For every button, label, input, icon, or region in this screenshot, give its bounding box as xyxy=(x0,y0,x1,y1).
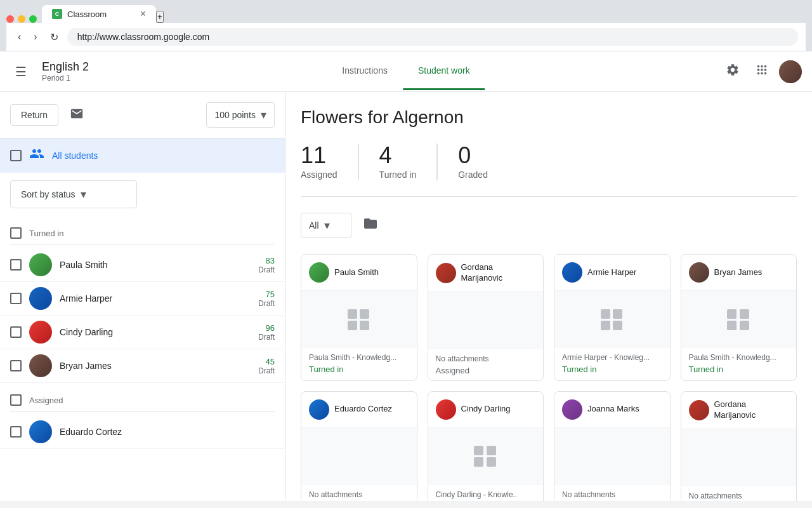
students-group-icon xyxy=(29,146,44,165)
card-status-gordana: Assigned xyxy=(436,366,536,375)
stats-row: 11 Assigned 4 Turned in 0 Graded xyxy=(301,143,797,197)
card-header-gordana2: Gordana Marijanovic xyxy=(681,392,797,429)
student-checkbox-paula[interactable] xyxy=(10,259,22,271)
card-preview-bryan xyxy=(681,291,797,348)
student-checkbox-armie[interactable] xyxy=(10,293,22,304)
card-name-bryan: Bryan James xyxy=(714,267,763,278)
card-name-armie: Armie Harper xyxy=(587,267,636,278)
main-layout: Return 100 points ▾ All students Sort by… xyxy=(0,92,812,501)
cards-grid: Paula Smith Paula Smith - Knowledg... Tu… xyxy=(301,254,797,501)
all-students-label[interactable]: All students xyxy=(52,150,98,161)
card-paula[interactable]: Paula Smith Paula Smith - Knowledg... Tu… xyxy=(301,254,417,381)
card-cindy[interactable]: Cindy Darling Cindy Darling - Knowle.. xyxy=(428,391,544,501)
card-footer-bryan: Paula Smith - Knowledg... Turned in xyxy=(681,348,797,379)
card-avatar-paula xyxy=(309,262,329,283)
card-preview-gordana2 xyxy=(681,429,797,486)
card-preview-joanna xyxy=(554,428,670,485)
user-avatar[interactable] xyxy=(779,60,802,83)
student-row-eduardo[interactable]: Eduardo Cortez xyxy=(0,415,285,449)
card-name-joanna: Joanna Marks xyxy=(587,404,639,415)
email-icon[interactable] xyxy=(66,103,88,128)
apps-button[interactable] xyxy=(750,58,774,85)
card-avatar-cindy xyxy=(436,399,456,420)
student-grade-paula: 83 Draft xyxy=(258,256,275,274)
card-avatar-eduardo xyxy=(309,399,329,420)
card-preview-eduardo xyxy=(301,428,417,485)
return-button[interactable]: Return xyxy=(10,104,58,126)
back-button[interactable]: ‹ xyxy=(14,29,25,45)
card-avatar-joanna xyxy=(562,399,582,420)
sidebar: Return 100 points ▾ All students Sort by… xyxy=(0,92,285,501)
card-eduardo[interactable]: Eduardo Cortez No attachments xyxy=(301,391,417,501)
browser-chrome: C Classroom × + ‹ › ↻ xyxy=(0,0,812,51)
card-footer-cindy: Cindy Darling - Knowle.. xyxy=(428,485,544,501)
card-footer-armie: Armie Harper - Knowleg... Turned in xyxy=(554,348,670,379)
card-armie[interactable]: Armie Harper Armie Harper - Knowleg... T… xyxy=(554,254,671,381)
stat-assigned-label: Assigned xyxy=(301,170,337,180)
brand-subtitle: Period 1 xyxy=(42,74,89,83)
card-attachment-gordana: No attachments xyxy=(436,354,536,363)
reload-button[interactable]: ↻ xyxy=(46,29,62,46)
sort-select[interactable]: Sort by status ▾ xyxy=(10,180,137,208)
forward-button[interactable]: › xyxy=(30,29,41,45)
filter-select[interactable]: All ▾ xyxy=(301,213,351,238)
settings-button[interactable] xyxy=(721,58,745,85)
content-area: Flowers for Algernon 11 Assigned 4 Turne… xyxy=(285,92,812,501)
student-row-cindy[interactable]: Cindy Darling 96 Draft xyxy=(0,316,285,349)
menu-icon[interactable]: ☰ xyxy=(10,59,32,84)
maximize-traffic-light[interactable] xyxy=(29,15,37,23)
student-row-paula[interactable]: Paula Smith 83 Draft xyxy=(0,248,285,282)
folder-button[interactable] xyxy=(359,212,382,239)
student-checkbox-cindy[interactable] xyxy=(10,326,22,338)
assigned-section-checkbox[interactable] xyxy=(10,394,22,406)
student-row-bryan[interactable]: Bryan James 45 Draft xyxy=(0,349,285,383)
all-students-row[interactable]: All students xyxy=(0,138,285,173)
filter-value: All xyxy=(309,220,319,231)
card-header-bryan: Bryan James xyxy=(681,255,797,291)
browser-tab[interactable]: C Classroom × xyxy=(42,5,156,23)
tab-close-button[interactable]: × xyxy=(140,9,146,19)
card-preview-gordana xyxy=(428,292,544,349)
card-name-eduardo: Eduardo Cortez xyxy=(334,404,392,415)
card-attachment-joanna: No attachments xyxy=(562,490,662,499)
card-name-gordana2: Gordana Marijanovic xyxy=(714,399,789,421)
card-avatar-gordana2 xyxy=(689,400,709,420)
address-bar[interactable] xyxy=(67,28,798,46)
card-gordana[interactable]: Gordana Marijanovic No attachments Assig… xyxy=(428,254,544,381)
card-gordana2[interactable]: Gordana Marijanovic No attachments xyxy=(681,391,797,501)
minimize-traffic-light[interactable] xyxy=(18,15,25,23)
tab-instructions[interactable]: Instructions xyxy=(327,53,403,90)
student-checkbox-eduardo[interactable] xyxy=(10,426,22,438)
student-row-armie[interactable]: Armie Harper 75 Draft xyxy=(0,282,285,316)
browser-tabs: C Classroom × + xyxy=(6,5,806,23)
student-grade-cindy: 96 Draft xyxy=(258,323,275,342)
tab-student-work[interactable]: Student work xyxy=(403,53,485,90)
sidebar-toolbar: Return 100 points ▾ xyxy=(0,92,285,138)
turned-in-section-checkbox[interactable] xyxy=(10,227,22,239)
stat-turned-in-label: Turned in xyxy=(379,170,417,180)
header-tabs: Instructions Student work xyxy=(327,53,485,90)
new-tab-button[interactable]: + xyxy=(156,11,164,23)
card-attachment-cindy: Cindy Darling - Knowle.. xyxy=(436,490,536,499)
browser-toolbar: ‹ › ↻ xyxy=(6,23,806,51)
all-students-checkbox[interactable] xyxy=(10,150,22,161)
student-grade-bryan: 45 Draft xyxy=(258,357,275,375)
app-header: ☰ English 2 Period 1 Instructions Studen… xyxy=(0,51,812,92)
stat-assigned: 11 Assigned xyxy=(301,144,358,180)
card-footer-joanna: No attachments xyxy=(554,485,670,501)
brand-info: English 2 Period 1 xyxy=(42,60,89,83)
sort-label: Sort by status xyxy=(21,189,75,199)
stat-graded-number: 0 xyxy=(458,144,488,167)
filter-row: All ▾ xyxy=(301,212,797,239)
card-preview-armie xyxy=(554,291,670,348)
points-select[interactable]: 100 points ▾ xyxy=(206,102,275,128)
card-attachment-eduardo: No attachments xyxy=(309,490,409,499)
assigned-section-header: Assigned xyxy=(0,383,285,415)
student-name-eduardo: Eduardo Cortez xyxy=(60,427,267,437)
stat-turned-in-number: 4 xyxy=(379,144,417,167)
card-joanna[interactable]: Joanna Marks No attachments xyxy=(554,391,671,501)
card-avatar-bryan xyxy=(689,262,709,283)
card-bryan[interactable]: Bryan James Paula Smith - Knowledg... Tu… xyxy=(681,254,797,381)
close-traffic-light[interactable] xyxy=(6,15,14,23)
student-checkbox-bryan[interactable] xyxy=(10,360,22,371)
